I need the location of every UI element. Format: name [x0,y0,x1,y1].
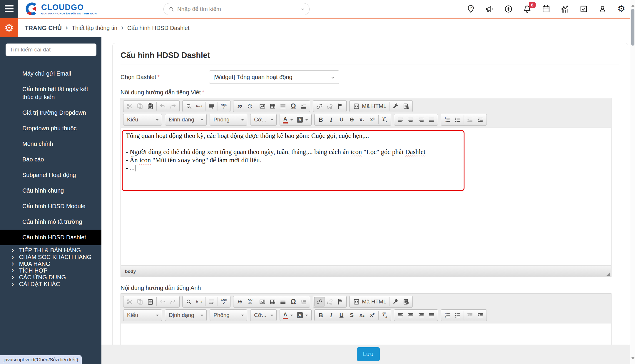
align-left-button[interactable] [395,115,406,125]
undo-button[interactable] [158,297,168,307]
notification-bell-icon[interactable]: 8 [522,4,532,14]
strikethrough-button[interactable]: S [347,310,357,320]
chevron-down-icon[interactable] [300,7,305,11]
indent-button[interactable] [475,310,485,320]
special-char-button[interactable]: Ω [288,101,298,111]
subscript-button[interactable]: x₂ [357,115,367,125]
indent-button[interactable] [475,115,485,125]
cut-button[interactable] [125,297,135,307]
sidebar-section[interactable]: ›MUA HÀNG [0,261,101,267]
format-combo[interactable]: Định dạng [165,309,207,321]
sidebar-item[interactable]: Menu chính [0,136,101,152]
redo-button[interactable] [168,101,178,111]
select-all-button[interactable] [206,297,217,307]
insert-image-button[interactable] [257,101,268,111]
spellcheck-button[interactable]: ABC✓ [219,101,229,111]
horizontal-rule-button[interactable] [278,101,288,111]
styles-combo[interactable]: Kiểu [123,114,162,126]
paste-button[interactable] [145,101,156,111]
justify-button[interactable] [426,310,437,320]
strikethrough-button[interactable]: S [347,115,357,125]
bullet-list-button[interactable] [452,115,463,125]
sidebar-section[interactable]: ›CÁC ỨNG DỤNG [0,274,101,281]
insert-table-button[interactable] [268,101,278,111]
sidebar-section[interactable]: ›TÍCH HỢP [0,267,101,274]
sidebar-item[interactable]: Máy chủ gửi Email [0,66,101,81]
superscript-button[interactable]: x² [367,310,377,320]
sidebar-item[interactable]: Cấu hình mô tả trường [0,214,101,230]
save-button[interactable]: Lưu [357,347,380,361]
horizontal-rule-button[interactable] [278,297,288,307]
div-container-button[interactable]: DIV</> [245,297,255,307]
paste-button[interactable] [145,297,156,307]
breadcrumb-level1[interactable]: Thiết lập thông tin [72,25,117,31]
format-combo[interactable]: Định dạng [165,114,207,126]
subscript-button[interactable]: x₂ [357,310,367,320]
text-color-button[interactable]: A [281,115,295,125]
preview-button[interactable] [401,101,411,111]
find-button[interactable] [184,297,194,307]
copy-button[interactable] [135,101,145,111]
sidebar-item[interactable]: Cấu hình HDSD Module [0,198,101,214]
settings-module-icon[interactable]: ⚙ [0,19,18,37]
user-profile-icon[interactable] [598,4,607,14]
unlink-button[interactable] [325,297,335,307]
source-button[interactable]: Mã HTML [351,297,389,307]
outdent-button[interactable] [465,310,475,320]
insert-table-button[interactable] [268,297,278,307]
cloudgo-logo[interactable]: CLOUDGO GIẢI PHÁP CHUYỂN ĐỔI SỐ TINH GỌN [24,2,97,16]
italic-button[interactable]: I [326,115,336,125]
replace-button[interactable]: b↔a [194,297,204,307]
italic-button[interactable]: I [326,310,336,320]
underline-button[interactable]: U [336,310,347,320]
announcement-icon[interactable] [485,4,494,14]
sidebar-item[interactable]: Báo cáo [0,152,101,167]
sidebar-item[interactable]: Cấu hình chung [0,183,101,198]
blockquote-button[interactable]: ” [235,101,245,111]
font-combo[interactable]: Phông [210,309,247,321]
link-button[interactable] [314,101,325,111]
unlink-button[interactable] [325,101,335,111]
anchor-button[interactable] [335,297,345,307]
outdent-button[interactable] [465,115,475,125]
superscript-button[interactable]: x² [367,115,377,125]
bg-color-button[interactable]: A [295,115,310,125]
templates-button[interactable] [391,101,401,111]
spellcheck-button[interactable]: ABC✓ [219,297,229,307]
sidebar-item[interactable]: Dropdown phụ thuộc [0,121,101,136]
element-path[interactable]: body [125,269,136,274]
page-break-button[interactable] [298,297,309,307]
justify-button[interactable] [426,115,437,125]
sidebar-section[interactable]: ›CHĂM SÓC KHÁCH HÀNG [0,254,101,261]
bullet-list-button[interactable] [452,310,463,320]
replace-button[interactable]: b↔a [194,101,204,111]
cut-button[interactable] [125,101,135,111]
breadcrumb-home[interactable]: TRANG CHỦ [25,24,62,31]
sidebar-item[interactable]: Giá trị trường Dropdown [0,105,101,121]
preview-button[interactable] [401,297,411,307]
anchor-button[interactable] [335,101,345,111]
quick-add-icon[interactable] [504,4,513,14]
templates-button[interactable] [391,297,401,307]
sidebar-item-selected[interactable]: Cấu hình HDSD Dashlet [0,230,101,245]
select-all-button[interactable] [206,101,217,111]
numbered-list-button[interactable] [442,310,452,320]
resize-grip-icon[interactable] [606,272,610,276]
scrollbar[interactable] [630,0,635,364]
undo-button[interactable] [158,101,168,111]
sidebar-item[interactable]: Cấu hình bật tắt ngày kết thúc dự kiến [0,81,101,105]
calendar-icon[interactable] [541,4,551,14]
source-button[interactable]: Mã HTML [351,101,389,111]
bold-button[interactable]: B [316,310,326,320]
sidebar-item[interactable]: Subpanel Hoạt động [0,167,101,183]
scroll-down-icon[interactable] [631,357,635,361]
dashlet-select[interactable]: [Widget] Tổng quan hoạt động [209,70,339,84]
align-center-button[interactable] [406,115,416,125]
global-search-input[interactable] [177,6,298,12]
div-container-button[interactable]: DIV</> [245,101,255,111]
special-char-button[interactable]: Ω [288,297,298,307]
sidebar-section[interactable]: ›TIẾP THỊ & BÁN HÀNG [0,247,101,254]
align-right-button[interactable] [416,310,426,320]
hamburger-menu-button[interactable] [0,0,18,18]
activity-chart-icon[interactable] [560,4,570,14]
